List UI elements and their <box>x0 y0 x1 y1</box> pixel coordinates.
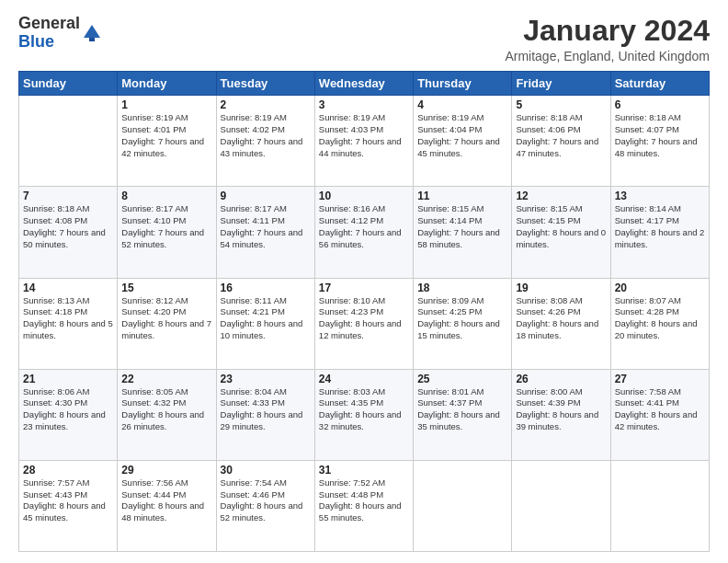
header: General Blue January 2024 Armitage, Engl… <box>18 15 710 63</box>
day-number: 22 <box>121 373 211 385</box>
day-number: 18 <box>417 282 507 294</box>
col-monday: Monday <box>118 72 216 96</box>
col-saturday: Saturday <box>610 72 709 96</box>
day-number: 10 <box>319 190 409 202</box>
table-row: 22 Sunrise: 8:05 AMSunset: 4:32 PMDaylig… <box>118 369 216 460</box>
calendar-week-row: 21 Sunrise: 8:06 AMSunset: 4:30 PMDaylig… <box>19 369 710 460</box>
day-info: Sunrise: 7:56 AMSunset: 4:44 PMDaylight:… <box>121 477 211 524</box>
day-info: Sunrise: 8:14 AMSunset: 4:17 PMDaylight:… <box>615 203 705 250</box>
day-number: 23 <box>221 373 311 385</box>
table-row: 18 Sunrise: 8:09 AMSunset: 4:25 PMDaylig… <box>414 278 512 369</box>
calendar-table: Sunday Monday Tuesday Wednesday Thursday… <box>18 71 710 552</box>
table-row: 13 Sunrise: 8:14 AMSunset: 4:17 PMDaylig… <box>610 187 709 278</box>
day-number: 28 <box>23 464 113 477</box>
table-row: 14 Sunrise: 8:13 AMSunset: 4:18 PMDaylig… <box>19 278 118 369</box>
day-info: Sunrise: 8:17 AMSunset: 4:11 PMDaylight:… <box>221 203 311 250</box>
day-number: 15 <box>121 282 211 294</box>
logo-general-text: General <box>18 15 80 33</box>
day-number: 29 <box>121 464 211 477</box>
table-row: 21 Sunrise: 8:06 AMSunset: 4:30 PMDaylig… <box>19 369 118 460</box>
day-info: Sunrise: 8:19 AMSunset: 4:01 PMDaylight:… <box>121 112 211 159</box>
day-info: Sunrise: 8:19 AMSunset: 4:03 PMDaylight:… <box>319 112 409 159</box>
table-row: 6 Sunrise: 8:18 AMSunset: 4:07 PMDayligh… <box>610 96 709 187</box>
calendar-week-row: 7 Sunrise: 8:18 AMSunset: 4:08 PMDayligh… <box>19 187 710 278</box>
day-number: 20 <box>615 282 705 294</box>
day-info: Sunrise: 8:07 AMSunset: 4:28 PMDaylight:… <box>615 295 705 342</box>
table-row: 8 Sunrise: 8:17 AMSunset: 4:10 PMDayligh… <box>118 187 216 278</box>
table-row: 19 Sunrise: 8:08 AMSunset: 4:26 PMDaylig… <box>512 278 610 369</box>
day-info: Sunrise: 7:52 AMSunset: 4:48 PMDaylight:… <box>319 477 409 524</box>
day-info: Sunrise: 8:08 AMSunset: 4:26 PMDaylight:… <box>516 295 606 342</box>
day-info: Sunrise: 8:18 AMSunset: 4:08 PMDaylight:… <box>23 203 113 250</box>
day-info: Sunrise: 8:19 AMSunset: 4:04 PMDaylight:… <box>417 112 507 159</box>
day-number: 12 <box>516 190 606 202</box>
day-number: 24 <box>319 373 409 385</box>
table-row: 29 Sunrise: 7:56 AMSunset: 4:44 PMDaylig… <box>118 460 216 551</box>
table-row: 15 Sunrise: 8:12 AMSunset: 4:20 PMDaylig… <box>118 278 216 369</box>
day-number: 6 <box>615 98 705 111</box>
table-row: 23 Sunrise: 8:04 AMSunset: 4:33 PMDaylig… <box>216 369 314 460</box>
day-number: 3 <box>319 98 409 111</box>
day-info: Sunrise: 8:04 AMSunset: 4:33 PMDaylight:… <box>221 386 311 433</box>
table-row: 9 Sunrise: 8:17 AMSunset: 4:11 PMDayligh… <box>216 187 314 278</box>
day-info: Sunrise: 8:16 AMSunset: 4:12 PMDaylight:… <box>319 203 409 250</box>
day-number: 17 <box>319 282 409 294</box>
day-number: 1 <box>121 98 211 111</box>
day-info: Sunrise: 8:03 AMSunset: 4:35 PMDaylight:… <box>319 386 409 433</box>
calendar-week-row: 1 Sunrise: 8:19 AMSunset: 4:01 PMDayligh… <box>19 96 710 187</box>
col-friday: Friday <box>512 72 610 96</box>
month-title: January 2024 <box>505 15 710 47</box>
page: General Blue January 2024 Armitage, Engl… <box>0 0 728 563</box>
day-number: 11 <box>417 190 507 202</box>
table-row: 27 Sunrise: 7:58 AMSunset: 4:41 PMDaylig… <box>610 369 709 460</box>
col-wednesday: Wednesday <box>314 72 413 96</box>
day-info: Sunrise: 8:09 AMSunset: 4:25 PMDaylight:… <box>417 295 507 342</box>
day-info: Sunrise: 8:01 AMSunset: 4:37 PMDaylight:… <box>417 386 507 433</box>
day-info: Sunrise: 8:15 AMSunset: 4:15 PMDaylight:… <box>516 203 606 250</box>
table-row <box>414 460 512 551</box>
title-block: January 2024 Armitage, England, United K… <box>505 15 710 63</box>
svg-marker-1 <box>89 38 95 41</box>
day-number: 25 <box>417 373 507 385</box>
day-info: Sunrise: 8:19 AMSunset: 4:02 PMDaylight:… <box>221 112 311 159</box>
day-number: 31 <box>319 464 409 477</box>
day-info: Sunrise: 8:18 AMSunset: 4:06 PMDaylight:… <box>516 112 606 159</box>
day-info: Sunrise: 8:17 AMSunset: 4:10 PMDaylight:… <box>121 203 211 250</box>
table-row <box>19 96 118 187</box>
calendar-week-row: 28 Sunrise: 7:57 AMSunset: 4:43 PMDaylig… <box>19 460 710 551</box>
logo-icon <box>82 21 102 41</box>
day-number: 2 <box>221 98 311 111</box>
logo-blue-text: Blue <box>18 33 80 52</box>
day-info: Sunrise: 8:05 AMSunset: 4:32 PMDaylight:… <box>121 386 211 433</box>
day-number: 8 <box>121 190 211 202</box>
subtitle: Armitage, England, United Kingdom <box>505 49 710 63</box>
day-info: Sunrise: 8:06 AMSunset: 4:30 PMDaylight:… <box>23 386 113 433</box>
table-row: 3 Sunrise: 8:19 AMSunset: 4:03 PMDayligh… <box>314 96 413 187</box>
col-thursday: Thursday <box>414 72 512 96</box>
day-info: Sunrise: 8:15 AMSunset: 4:14 PMDaylight:… <box>417 203 507 250</box>
day-info: Sunrise: 7:54 AMSunset: 4:46 PMDaylight:… <box>221 477 311 524</box>
day-number: 16 <box>221 282 311 294</box>
table-row: 30 Sunrise: 7:54 AMSunset: 4:46 PMDaylig… <box>216 460 314 551</box>
table-row: 28 Sunrise: 7:57 AMSunset: 4:43 PMDaylig… <box>19 460 118 551</box>
col-tuesday: Tuesday <box>216 72 314 96</box>
table-row: 16 Sunrise: 8:11 AMSunset: 4:21 PMDaylig… <box>216 278 314 369</box>
table-row: 10 Sunrise: 8:16 AMSunset: 4:12 PMDaylig… <box>314 187 413 278</box>
calendar-header-row: Sunday Monday Tuesday Wednesday Thursday… <box>19 72 710 96</box>
table-row: 26 Sunrise: 8:00 AMSunset: 4:39 PMDaylig… <box>512 369 610 460</box>
day-number: 13 <box>615 190 705 202</box>
table-row: 7 Sunrise: 8:18 AMSunset: 4:08 PMDayligh… <box>19 187 118 278</box>
day-info: Sunrise: 8:13 AMSunset: 4:18 PMDaylight:… <box>23 295 113 342</box>
svg-marker-0 <box>84 25 100 38</box>
day-number: 4 <box>417 98 507 111</box>
table-row: 5 Sunrise: 8:18 AMSunset: 4:06 PMDayligh… <box>512 96 610 187</box>
table-row: 12 Sunrise: 8:15 AMSunset: 4:15 PMDaylig… <box>512 187 610 278</box>
day-number: 19 <box>516 282 606 294</box>
table-row: 31 Sunrise: 7:52 AMSunset: 4:48 PMDaylig… <box>314 460 413 551</box>
day-number: 9 <box>221 190 311 202</box>
day-info: Sunrise: 8:10 AMSunset: 4:23 PMDaylight:… <box>319 295 409 342</box>
table-row: 11 Sunrise: 8:15 AMSunset: 4:14 PMDaylig… <box>414 187 512 278</box>
day-number: 7 <box>23 190 113 202</box>
day-info: Sunrise: 7:57 AMSunset: 4:43 PMDaylight:… <box>23 477 113 524</box>
day-info: Sunrise: 8:12 AMSunset: 4:20 PMDaylight:… <box>121 295 211 342</box>
